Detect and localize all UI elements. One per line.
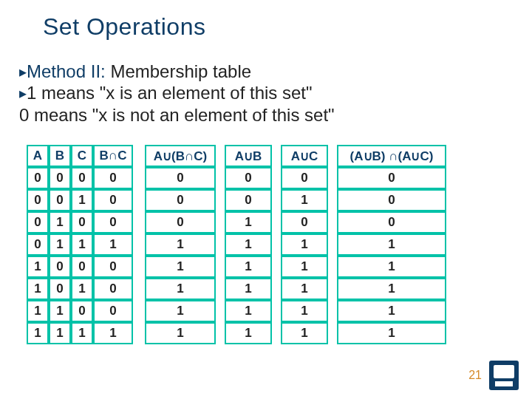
gap — [272, 189, 281, 211]
cell: 0 — [93, 256, 133, 278]
cell: 1 — [225, 278, 272, 300]
cell: 1 — [337, 322, 446, 344]
col-c: C — [71, 145, 93, 167]
cell: 1 — [337, 233, 446, 256]
gap — [328, 189, 337, 211]
gap — [133, 145, 145, 167]
cell: 1 — [225, 211, 272, 233]
gap — [133, 189, 145, 211]
cell: 1 — [71, 322, 93, 344]
table-row: 11001111 — [27, 300, 446, 322]
cell: 0 — [49, 167, 71, 189]
gap — [328, 322, 337, 344]
gap — [216, 322, 225, 344]
table-row: 10001111 — [27, 256, 446, 278]
cell: 0 — [27, 167, 49, 189]
gap — [328, 233, 337, 256]
membership-table: A B C B∩C A∪(B∩C) A∪B A∪C (A∪B) ∩(A∪C) 0… — [27, 145, 446, 344]
cell: 1 — [281, 256, 328, 278]
gap — [133, 278, 145, 300]
cell: 1 — [145, 300, 216, 322]
slide: Set Operations ▸Method II: Membership ta… — [0, 0, 532, 399]
cell: 1 — [225, 300, 272, 322]
cell: 1 — [337, 300, 446, 322]
table-row: 11111111 — [27, 322, 446, 344]
gap — [216, 256, 225, 278]
cell: 1 — [145, 256, 216, 278]
col-bc: B∩C — [93, 145, 133, 167]
cell: 1 — [337, 256, 446, 278]
cell: 0 — [27, 211, 49, 233]
table-row: 01111111 — [27, 233, 446, 256]
cell: 1 — [93, 233, 133, 256]
cell: 1 — [49, 211, 71, 233]
cell: 0 — [71, 256, 93, 278]
gap — [216, 189, 225, 211]
cell: 1 — [27, 322, 49, 344]
gap — [272, 145, 281, 167]
bullet-3: 0 means "x is not an element of this set… — [19, 104, 507, 126]
cell: 1 — [225, 233, 272, 256]
gap — [328, 145, 337, 167]
bullet-2: ▸1 means "x is an element of this set" — [19, 82, 507, 103]
gap — [216, 211, 225, 233]
table-header-row: A B C B∩C A∪(B∩C) A∪B A∪C (A∪B) ∩(A∪C) — [27, 145, 446, 167]
cell: 0 — [49, 278, 71, 300]
bullet-1-rest: Membership table — [110, 61, 251, 81]
cell: 0 — [93, 211, 133, 233]
gap — [133, 322, 145, 344]
table-row: 01000100 — [27, 211, 446, 233]
cell: 0 — [71, 167, 93, 189]
cell: 0 — [225, 167, 272, 189]
table-body: 0000000000100010010001000111111110001111… — [27, 167, 446, 344]
cell: 0 — [337, 167, 446, 189]
cell: 0 — [145, 189, 216, 211]
gap — [133, 300, 145, 322]
table-row: 10101111 — [27, 278, 446, 300]
footer: 21 UMass Boston — [468, 361, 519, 390]
bullet-2-text: 1 means "x is an element of this set" — [27, 83, 313, 103]
gap — [133, 233, 145, 256]
gap — [216, 300, 225, 322]
cell: 1 — [281, 278, 328, 300]
cell: 1 — [71, 189, 93, 211]
gap — [216, 145, 225, 167]
gap — [272, 233, 281, 256]
col-mix: (A∪B) ∩(A∪C) — [337, 145, 446, 167]
gap — [328, 167, 337, 189]
cell: 0 — [337, 211, 446, 233]
cell: 1 — [145, 278, 216, 300]
cell: 1 — [71, 278, 93, 300]
cell: 0 — [71, 300, 93, 322]
cell: 1 — [225, 256, 272, 278]
cell: 1 — [145, 233, 216, 256]
cell: 0 — [337, 189, 446, 211]
cell: 0 — [71, 211, 93, 233]
cell: 0 — [281, 211, 328, 233]
cell: 0 — [93, 300, 133, 322]
bullet-1: ▸Method II: Membership table — [19, 61, 507, 82]
cell: 1 — [281, 300, 328, 322]
cell: 1 — [71, 233, 93, 256]
gap — [133, 211, 145, 233]
cell: 1 — [337, 278, 446, 300]
gap — [328, 278, 337, 300]
gap — [133, 256, 145, 278]
bullet-1-prefix: Method II: — [27, 61, 110, 81]
col-ab: A∪B — [225, 145, 272, 167]
gap — [272, 167, 281, 189]
cell: 1 — [93, 322, 133, 344]
cell: 1 — [49, 322, 71, 344]
cell: 1 — [281, 322, 328, 344]
gap — [328, 256, 337, 278]
cell: 0 — [27, 189, 49, 211]
cell: 0 — [225, 189, 272, 211]
gap — [216, 278, 225, 300]
cell: 1 — [49, 233, 71, 256]
cell: 0 — [145, 167, 216, 189]
cell: 1 — [27, 300, 49, 322]
cell: 0 — [93, 167, 133, 189]
col-ac: A∪C — [281, 145, 328, 167]
col-b: B — [49, 145, 71, 167]
gap — [328, 300, 337, 322]
